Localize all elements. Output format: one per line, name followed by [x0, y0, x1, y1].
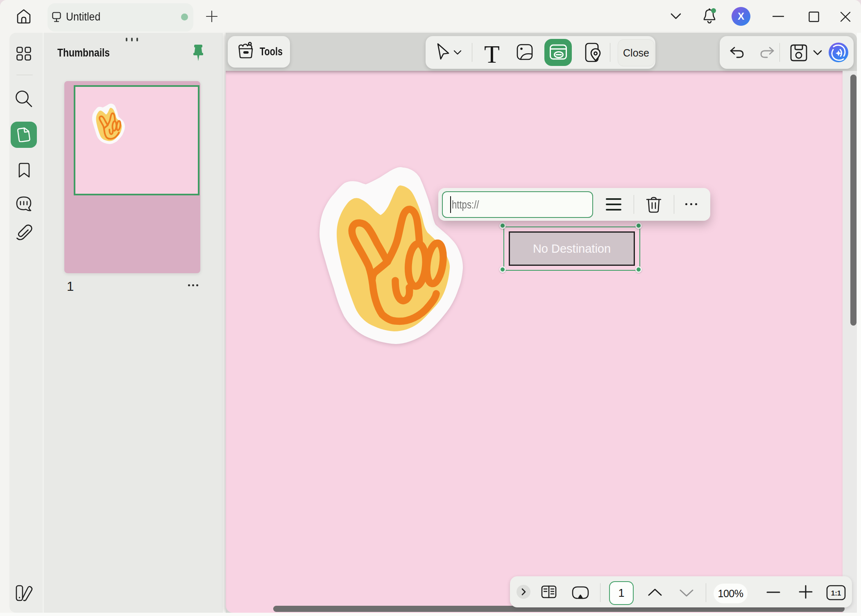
svg-text:1:1: 1:1	[831, 589, 841, 597]
